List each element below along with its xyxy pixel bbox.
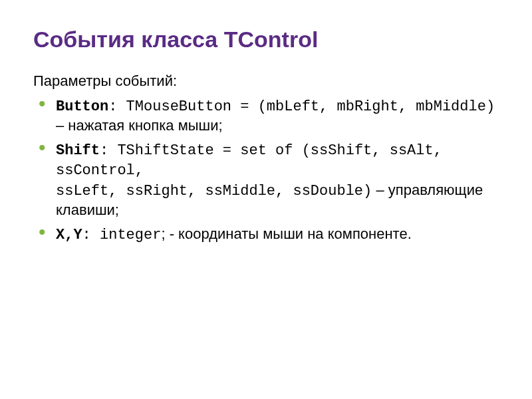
param-code-cont: ssLeft, ssRight, ssMiddle, ssDouble) (56, 183, 372, 200)
param-desc: – нажатая кнопка мыши; (56, 117, 223, 134)
slide: События класса TControl Параметры событи… (0, 0, 532, 270)
slide-subtitle: Параметры событий: (33, 72, 499, 90)
list-item: X,Y: integer; - координаты мыши на компо… (56, 225, 499, 245)
param-code: : integer (82, 227, 162, 243)
list-item: Shift: TShiftState = set of (ssShift, ss… (56, 140, 499, 219)
list-item: Button: TMouseButton = (mbLeft, mbRight,… (56, 96, 499, 135)
param-code: : TMouseButton = (mbLeft, mbRight, mbMid… (108, 98, 495, 115)
param-label: X,Y (56, 227, 82, 243)
bullet-list: Button: TMouseButton = (mbLeft, mbRight,… (33, 96, 499, 245)
param-label: Shift (56, 142, 100, 159)
param-desc: ; - координаты мыши на компоненте. (161, 225, 411, 242)
param-code: : TShiftState = set of (ssShift, ssAlt, … (56, 142, 442, 179)
param-label: Button (56, 98, 108, 115)
slide-title: События класса TControl (33, 27, 499, 53)
